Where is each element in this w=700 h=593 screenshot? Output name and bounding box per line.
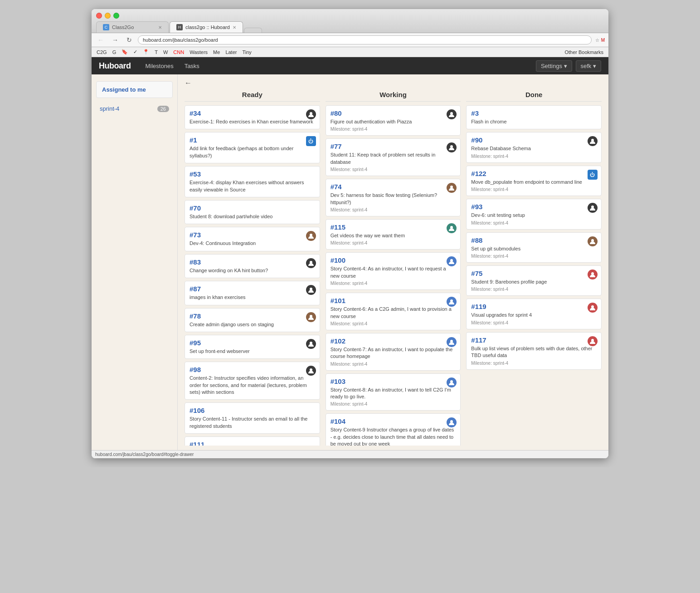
bookmark-tiny[interactable]: Tiny: [241, 49, 253, 55]
bookmark-check[interactable]: ✓: [132, 49, 139, 55]
user-menu-button[interactable]: sefk ▾: [576, 60, 601, 72]
tab-close-huboard[interactable]: ✕: [233, 25, 236, 30]
card-115-number: #115: [331, 223, 456, 231]
back-button[interactable]: ←: [95, 35, 106, 44]
nav-milestones[interactable]: Milestones: [140, 57, 179, 74]
card-119-number: #119: [471, 303, 597, 310]
card-111[interactable]: #111: [185, 436, 320, 446]
minimize-button[interactable]: [105, 13, 111, 19]
bookmark-c2g[interactable]: C2G: [95, 49, 108, 55]
nav-tasks[interactable]: Tasks: [179, 57, 205, 74]
card-103-title: Story Content-8: As an instructor, I wan…: [331, 387, 456, 401]
card-70[interactable]: #70 Student 8: download part/whole video: [185, 200, 320, 224]
mail-icon[interactable]: M: [601, 38, 605, 43]
bookmark-other[interactable]: Other Bookmarks: [563, 49, 605, 55]
card-83-avatar: [306, 258, 316, 268]
card-83[interactable]: #83 Change wording on KA hint button?: [185, 254, 320, 278]
card-95[interactable]: #95 Set up front-end webserver: [185, 335, 320, 359]
card-103-number: #103: [331, 377, 456, 385]
back-arrow-button[interactable]: ←: [185, 79, 192, 87]
card-104[interactable]: #104 Story Content-9 Instructor changes …: [326, 413, 461, 446]
tab-huboard[interactable]: H class2go :: Huboard ✕: [170, 21, 243, 33]
assigned-to-me-link[interactable]: Assigned to me: [102, 86, 167, 93]
card-80-avatar: [447, 109, 457, 119]
card-106[interactable]: #106 Story Content-11 - Instructor sends…: [185, 402, 320, 434]
card-70-number: #70: [190, 204, 315, 212]
card-100[interactable]: #100 Story Content-4: As an instructor, …: [326, 252, 461, 290]
card-1-title: Add link for feedback (perhaps at bottom…: [190, 145, 315, 159]
sidebar-sprint-item[interactable]: sprint-4 26: [96, 103, 173, 115]
card-102[interactable]: #102 Story Content-7: As an instructor, …: [326, 333, 461, 371]
column-scroll-done[interactable]: #3 Flash in chrome #90 Rebase Database S…: [466, 105, 602, 372]
board-nav: ←: [185, 79, 602, 87]
card-75[interactable]: #75 Student 9: Barebones profile page Mi…: [466, 265, 602, 296]
card-122-power-icon: ⏻: [588, 170, 598, 180]
card-3[interactable]: #3 Flash in chrome: [466, 105, 602, 129]
maximize-button[interactable]: [113, 13, 119, 19]
card-87-number: #87: [190, 285, 315, 293]
star-icon[interactable]: ☆: [595, 38, 599, 43]
window-buttons: [96, 13, 119, 19]
card-34[interactable]: #34 Exercise-1: Redo exercises in Khan e…: [185, 105, 320, 129]
card-53[interactable]: #53 Exercise-4: display Khan exercises w…: [185, 166, 320, 197]
card-73-avatar: [306, 231, 316, 241]
card-106-number: #106: [190, 407, 315, 414]
url-bar[interactable]: huboard.com/jbau/class2go/board: [138, 35, 592, 44]
bookmark-misc[interactable]: 🔖: [120, 49, 129, 55]
column-scroll-working[interactable]: #80 Figure out authentication with Piazz…: [326, 105, 461, 446]
card-98[interactable]: #98 Content-2: Instructor specifies vide…: [185, 362, 320, 400]
card-1[interactable]: ⏻ #1 Add link for feedback (perhaps at b…: [185, 132, 320, 163]
card-101[interactable]: #101 Story Content-6: As a C2G admin, I …: [326, 293, 461, 330]
card-73-title: Dev-4: Continuous Integration: [190, 240, 315, 247]
card-3-title: Flash in chrome: [471, 118, 597, 125]
card-88-milestone: Milestone: sprint-4: [471, 254, 597, 259]
card-93-title: Dev-6: unit testing setup: [471, 212, 597, 219]
forward-button[interactable]: →: [110, 35, 121, 44]
bookmark-me[interactable]: Me: [212, 49, 221, 55]
tab-class2go[interactable]: C Class2Go ✕: [96, 21, 169, 33]
card-80[interactable]: #80 Figure out authentication with Piazz…: [326, 105, 461, 136]
card-103-milestone: Milestone: sprint-4: [331, 402, 456, 407]
bookmark-maps[interactable]: 📍: [141, 49, 151, 55]
card-87[interactable]: #87 images in khan exercises: [185, 281, 320, 305]
card-102-number: #102: [331, 337, 456, 345]
card-104-avatar: [447, 417, 457, 427]
tab-label-class2go: Class2Go: [112, 25, 134, 30]
card-122[interactable]: ⏻ #122 Move db_populate from endpoint to…: [466, 166, 602, 196]
card-119[interactable]: #119 Visual upgrades for sprint 4 Milest…: [466, 299, 602, 329]
browser-tabs: C Class2Go ✕ H class2go :: Huboard ✕: [96, 21, 604, 33]
card-103[interactable]: #103 Story Content-8: As an instructor, …: [326, 373, 461, 411]
tab-empty[interactable]: [244, 28, 262, 33]
card-78[interactable]: #78 Create admin django users on staging: [185, 308, 320, 332]
card-117-number: #117: [471, 336, 597, 344]
card-88[interactable]: #88 Set up git submodules Milestone: spr…: [466, 232, 602, 263]
sidebar-assigned-section: Assigned to me: [96, 81, 173, 98]
card-80-number: #80: [331, 109, 456, 117]
card-77[interactable]: #77 Student 11: Keep track of problem se…: [326, 138, 461, 176]
close-button[interactable]: [96, 13, 102, 19]
card-93[interactable]: #93 Dev-6: unit testing setup Milestone:…: [466, 199, 602, 229]
card-115-milestone: Milestone: sprint-4: [331, 240, 456, 245]
bookmark-g[interactable]: G: [111, 49, 118, 55]
card-101-number: #101: [331, 297, 456, 304]
card-117-title: Bulk up list views of problem sets with …: [471, 345, 597, 359]
card-93-number: #93: [471, 203, 597, 211]
card-115[interactable]: #115 Get videos the way we want them Mil…: [326, 219, 461, 250]
tab-close-class2go[interactable]: ✕: [158, 25, 162, 30]
card-90[interactable]: #90 Rebase Database Schema Milestone: sp…: [466, 132, 602, 162]
card-102-milestone: Milestone: sprint-4: [331, 362, 456, 367]
app-navbar: Huboard Milestones Tasks Settings ▾ sefk…: [92, 57, 608, 74]
reload-button[interactable]: ↻: [124, 35, 134, 44]
bookmark-nyt[interactable]: T: [153, 49, 159, 55]
card-74[interactable]: #74 Dev 5: harness for basic flow testin…: [326, 179, 461, 216]
settings-button[interactable]: Settings ▾: [536, 60, 572, 72]
bookmark-later[interactable]: Later: [224, 49, 238, 55]
card-111-number: #111: [190, 441, 315, 446]
card-73[interactable]: #73 Dev-4: Continuous Integration: [185, 227, 320, 251]
bookmark-cnn[interactable]: CNN: [172, 49, 185, 55]
column-scroll-ready[interactable]: #34 Exercise-1: Redo exercises in Khan e…: [185, 105, 320, 446]
bookmark-wasters[interactable]: Wasters: [188, 49, 209, 55]
card-95-avatar: [306, 339, 316, 349]
bookmark-wiki[interactable]: W: [162, 49, 169, 55]
card-117[interactable]: #117 Bulk up list views of problem sets …: [466, 332, 602, 370]
